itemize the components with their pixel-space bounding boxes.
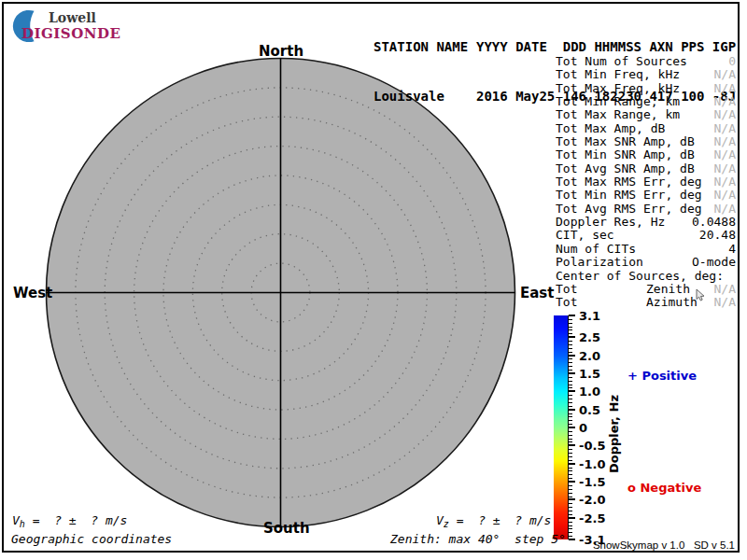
stat-row: Tot Num of Sources 0 xyxy=(556,55,736,68)
colorbar-major-tick xyxy=(569,427,575,428)
version-label: ShowSkymap v 1.0 SD v 5.1 xyxy=(593,539,735,551)
colorbar-minor-tick xyxy=(569,377,572,378)
stat-value: N/A xyxy=(714,296,736,309)
colorbar-major-tick xyxy=(569,539,575,540)
station-name-value: Louisvale xyxy=(374,89,476,105)
center-row-azimuth: Tot Azimuth N/A xyxy=(556,296,736,309)
logo-digisonde-text: DIGISONDE xyxy=(21,25,120,42)
stat-value: N/A xyxy=(714,135,736,148)
colorbar-minor-tick xyxy=(569,456,572,457)
colorbar-major-tick xyxy=(569,517,575,519)
stat-row: Tot Avg SNR Amp, dB N/A xyxy=(556,162,736,175)
compass-label-south: South xyxy=(263,520,308,537)
colorbar-tick-label: 3.1 xyxy=(579,309,600,323)
compass-label-north: North xyxy=(259,43,303,60)
colorbar-tick-label: 2.5 xyxy=(579,330,600,344)
stat-label: Tot xyxy=(556,283,646,296)
stat-row: Tot Min Freq, kHz N/A xyxy=(556,68,736,81)
stat-value: N/A xyxy=(714,68,736,81)
header-labels-row: STATION NAME YYYY DATE DDD HHMMSS AXN PP… xyxy=(374,39,736,56)
colorbar-minor-tick xyxy=(569,528,572,529)
stat-row: Tot Min SNR Amp, dB N/A xyxy=(556,148,736,161)
stat-label: Tot Max Amp, dB xyxy=(556,122,665,135)
colorbar-minor-tick xyxy=(569,348,572,349)
stat-label: Polarization xyxy=(556,256,643,269)
colorbar-minor-tick xyxy=(569,439,572,440)
colorbar-tick-label: 1.0 xyxy=(579,385,600,399)
stat-value: N/A xyxy=(714,189,736,202)
colorbar-minor-tick xyxy=(569,493,572,494)
stat-value: N/A xyxy=(714,122,736,135)
logo-lowell-text: Lowell xyxy=(49,10,96,25)
stat-label: Tot Max SNR Amp, dB xyxy=(556,135,695,148)
colorbar-major-tick xyxy=(569,315,575,316)
stat-label: CIT, sec xyxy=(556,229,614,242)
negative-legend: o Negative xyxy=(627,481,701,495)
colorbar-minor-tick xyxy=(569,514,572,515)
colorbar-minor-tick xyxy=(569,406,572,407)
stat-label: Tot Min Range, km xyxy=(556,95,680,108)
colorbar-major-tick xyxy=(569,390,575,392)
center-of-sources-header: Center of Sources, deg: xyxy=(556,270,736,283)
stat-row: Tot Min RMS Err, deg N/A xyxy=(556,189,736,202)
doppler-axis-label: Doppler, Hz xyxy=(607,395,621,473)
colorbar-minor-tick xyxy=(569,387,572,388)
stat-value: N/A xyxy=(714,82,736,95)
colorbar-minor-tick xyxy=(569,370,572,371)
stat-value: N/A xyxy=(714,283,736,296)
colorbar-minor-tick xyxy=(569,358,572,359)
colorbar-minor-tick xyxy=(569,333,572,334)
colorbar-minor-tick xyxy=(569,329,572,330)
stat-value: N/A xyxy=(714,203,736,216)
compass-label-west: West xyxy=(13,285,52,301)
colorbar-minor-tick xyxy=(569,507,572,508)
colorbar-minor-tick xyxy=(569,460,572,461)
colorbar-minor-tick xyxy=(569,399,572,399)
colorbar-minor-tick xyxy=(569,431,572,432)
colorbar-minor-tick xyxy=(569,327,572,328)
vz-readout: Vz = ? ± ? m/s xyxy=(436,513,551,529)
stat-label: Tot Avg RMS Err, deg xyxy=(556,203,702,216)
colorbar-minor-tick xyxy=(569,344,572,345)
stat-label: Tot Avg SNR Amp, dB xyxy=(556,162,695,175)
stat-label: Tot Max Freq, kHz xyxy=(556,82,680,95)
colorbar-major-tick xyxy=(569,463,575,465)
stat-row: Tot Max SNR Amp, dB N/A xyxy=(556,135,736,148)
colorbar-tick-label: -1.0 xyxy=(579,456,605,470)
colorbar-major-tick xyxy=(569,498,575,500)
stat-label: Tot Min RMS Err, deg xyxy=(556,189,702,202)
colorbar-major-tick xyxy=(569,336,575,338)
positive-legend: + Positive xyxy=(627,369,697,383)
stat-row: Tot Max Freq, kHz N/A xyxy=(556,82,736,95)
colorbar-minor-tick xyxy=(569,525,572,526)
stat-label: Tot Min Freq, kHz xyxy=(556,68,680,81)
colorbar-minor-tick xyxy=(569,522,572,523)
stat-value: 4 xyxy=(728,243,736,256)
colorbar-minor-tick xyxy=(569,489,572,490)
stats-panel: Tot Num of Sources 0 Tot Min Freq, kHz N… xyxy=(556,55,736,310)
colorbar-minor-tick xyxy=(569,395,572,396)
stat-label: Tot Max Range, km xyxy=(556,108,680,121)
stat-row: Polarization O-mode xyxy=(556,256,736,269)
colorbar-gradient xyxy=(554,315,568,539)
stat-value: N/A xyxy=(714,95,736,108)
zenith-step-note: Zenith: max 40° step 5° xyxy=(390,532,566,546)
stat-value: O-mode xyxy=(692,256,736,269)
stat-label: Doppler Res, Hz xyxy=(556,216,665,229)
vh-readout: Vh = ? ± ? m/s xyxy=(12,513,127,529)
header-columns-label: YYYY DATE DDD HHMMSS AXN PPS IGP xyxy=(476,39,736,56)
stat-label: Num of CITs xyxy=(556,243,636,256)
colorbar-minor-tick xyxy=(569,511,572,511)
colorbar-minor-tick xyxy=(569,362,572,363)
stat-value: 0 xyxy=(728,55,736,68)
stat-value: N/A xyxy=(714,175,736,189)
stat-row: Tot Min Range, km N/A xyxy=(556,95,736,108)
colorbar-minor-tick xyxy=(569,453,572,454)
stat-row: Num of CITs 4 xyxy=(556,243,736,256)
colorbar-minor-tick xyxy=(569,341,572,342)
stat-label: Tot xyxy=(556,296,646,309)
stat-row: Tot Max RMS Err, deg N/A xyxy=(556,175,736,189)
stat-row: CIT, sec 20.48 xyxy=(556,229,736,242)
colorbar-tick-label: -2.5 xyxy=(579,511,605,525)
colorbar-minor-tick xyxy=(569,441,572,442)
